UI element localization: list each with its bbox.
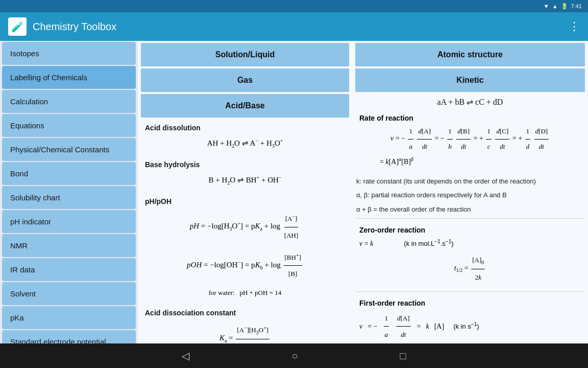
acid-dissociation-section: Acid dissociation constant Ka = [A−][H3O… xyxy=(138,305,352,343)
sidebar-item-pka[interactable]: pKa xyxy=(2,306,136,329)
first-order-section: First-order reaction v = − 1 a d[A] dt =… xyxy=(352,294,588,343)
left-panel: Solution/Liquid Gas Acid/Base Acid disso… xyxy=(138,41,352,343)
note-overall-order: α + β = the overall order of the reactio… xyxy=(352,202,588,217)
logo-icon: 🧪 xyxy=(11,20,24,33)
note-alpha-beta: α, β: partial reaction orders respective… xyxy=(352,188,588,202)
right-panel: Atomic structure Kinetic aA + bB ⇌ cC + … xyxy=(352,41,588,343)
sidebar-item-ph-indicator[interactable]: pH indicator xyxy=(2,210,136,233)
app-bar: 🧪 Chemistry Toolbox ⋮ xyxy=(0,12,588,41)
sidebar: Isotopes Labelling of Chemicals Calculat… xyxy=(0,41,138,343)
main-layout: Isotopes Labelling of Chemicals Calculat… xyxy=(0,41,588,343)
ph-poh-title: pH/pOH xyxy=(145,197,345,205)
sidebar-item-calculation[interactable]: Calculation xyxy=(2,90,136,113)
recents-button[interactable]: □ xyxy=(400,350,406,362)
acid-dissolution-section: Acid dissolution AH + H2O ⇌ A− + H3O+ xyxy=(138,120,352,156)
wifi-icon: ▼ xyxy=(544,3,549,9)
sidebar-item-nmr[interactable]: NMR xyxy=(2,234,136,257)
menu-icon[interactable]: ⋮ xyxy=(569,20,580,33)
sidebar-item-solubility[interactable]: Solubility chart xyxy=(2,186,136,209)
solution-liquid-header: Solution/Liquid xyxy=(141,43,349,66)
bottom-nav: ◁ ○ □ xyxy=(0,343,588,368)
atomic-structure-header: Atomic structure xyxy=(355,43,585,66)
kinetic-main-equation: aA + bB ⇌ cC + dD xyxy=(352,94,588,110)
zero-order-section: Zero-order reaction v = k (k in mol.L−1.… xyxy=(352,221,588,289)
zero-order-title: Zero-order reaction xyxy=(359,226,581,234)
back-button[interactable]: ◁ xyxy=(182,350,189,362)
sidebar-item-bond[interactable]: Bond xyxy=(2,162,136,185)
status-bar: ▼ ▲ 🔋 7:41 xyxy=(0,0,588,12)
rate-formula: v = − 1 a d[A] dt = − 1 b d[B xyxy=(359,124,581,154)
battery-icon: 🔋 xyxy=(561,3,568,10)
content-area: Solution/Liquid Gas Acid/Base Acid disso… xyxy=(138,41,588,343)
water-ph-formula: for water: pH + pOH = 14 xyxy=(145,286,345,301)
rate-formula-2: = k[A]α[B]β xyxy=(359,154,581,170)
sidebar-item-physical-constants[interactable]: Physical/Chemical Constants xyxy=(2,138,136,161)
ph-poh-section: pH/pOH pH = −log[H3O+] = pKa + log [A−] … xyxy=(138,193,352,305)
base-hydrolysis-title: Base hydrolysis xyxy=(145,160,345,169)
acid-dissolution-title: Acid dissolution xyxy=(145,124,345,132)
poh-formula: pOH = −log[OH−] = pKb + log [BH+] [B] xyxy=(145,247,345,284)
sidebar-item-solvent[interactable]: Solvent xyxy=(2,282,136,305)
zero-order-v: v = k (k in mol.L−1.s−1) xyxy=(359,236,581,251)
base-hydrolysis-formula: B + H2O ⇌ BH+ + OH− xyxy=(145,172,345,189)
rate-section: Rate of reaction v = − 1 a d[A] dt = − 1… xyxy=(352,110,588,174)
acid-base-header: Acid/Base xyxy=(141,94,349,118)
note-k: k: rate constant (its unit depends on th… xyxy=(352,174,588,189)
sidebar-item-ir-data[interactable]: IR data xyxy=(2,258,136,281)
rate-title: Rate of reaction xyxy=(359,114,581,122)
base-hydrolysis-section: Base hydrolysis B + H2O ⇌ BH+ + OH− xyxy=(138,156,352,193)
acid-dissolution-formula: AH + H2O ⇌ A− + H3O+ xyxy=(145,135,345,152)
first-order-v: v = − 1 a d[A] dt = k[A] (k in s−1) xyxy=(359,309,581,343)
sidebar-item-equations[interactable]: Equations xyxy=(2,114,136,137)
ka-formula: Ka = [A−][H3O+] [AH] xyxy=(145,320,345,343)
divider-2 xyxy=(356,291,584,292)
sidebar-item-labelling[interactable]: Labelling of Chemicals xyxy=(2,66,136,89)
sidebar-item-electrode[interactable]: Standard electrode potential xyxy=(2,330,136,343)
kinetic-header: Kinetic xyxy=(355,68,585,92)
app-title: Chemistry Toolbox xyxy=(33,21,562,33)
acid-dissociation-title: Acid dissociation constant xyxy=(145,309,345,317)
home-button[interactable]: ○ xyxy=(291,350,298,362)
zero-order-halflife: t1/2 = [A]0 2k xyxy=(359,251,581,286)
first-order-title: First-order reaction xyxy=(359,299,581,307)
app-logo: 🧪 xyxy=(8,17,27,36)
ph-formula: pH = −log[H3O+] = pKa + log [A−] [AH] xyxy=(145,209,345,245)
sidebar-item-isotopes[interactable]: Isotopes xyxy=(2,42,136,65)
signal-icon: ▲ xyxy=(552,3,558,9)
time-display: 7:41 xyxy=(571,3,582,9)
gas-header: Gas xyxy=(141,68,349,92)
divider-1 xyxy=(356,218,584,219)
